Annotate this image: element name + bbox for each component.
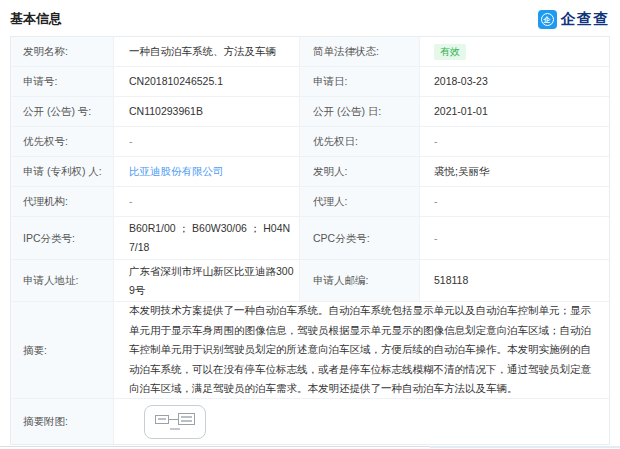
table-row-abstract: 摘要: 本发明技术方案提供了一种自动泊车系统。自动泊车系统包括显示单元以及自动泊… [11,302,609,399]
qichacha-brand[interactable]: 企 企查查 [538,10,611,29]
legal-status-cell: 有效 [420,37,609,66]
table-row-agency: 代理机构: - 代理人: - [11,187,609,217]
abstract-text: 本发明技术方案提供了一种自动泊车系统。自动泊车系统包括显示单元以及自动泊车控制单… [114,302,609,398]
row-label: 优先权号: [11,127,114,156]
basic-info-table: 发明名称: 一种自动泊车系统、方法及车辆 简单法律状态: 有效 申请号: CN2… [10,36,610,445]
row-label: IPC分类号: [11,217,114,259]
figure-diagram [155,413,195,425]
table-row-applicant-address: 申请人地址: 广东省深圳市坪山新区比亚迪路3009号 申请人邮编: 518118 [11,260,609,302]
row-label: 申请号: [11,67,114,96]
row-label: CPC分类号: [300,217,420,259]
applicant-cell: 比亚迪股份有限公司 [114,157,300,186]
ipc-class-value: B60R1/00 ； B60W30/06 ； H04N7/18 [114,217,300,259]
application-number-value: CN201810246525.1 [114,67,300,96]
row-label: 公开 (公告) 日: [300,97,420,126]
publication-number-value: CN110293961B [114,97,300,126]
applicant-address-value: 广东省深圳市坪山新区比亚迪路3009号 [114,260,300,301]
table-row-abstract-figure: 摘要附图: [11,399,609,444]
row-label: 申请日: [300,67,420,96]
row-label: 申请人地址: [11,260,114,301]
patent-basic-info-page: 基本信息 企 企查查 发明名称: 一种自动泊车系统、方法及车辆 简单法律状态: … [0,0,620,449]
application-date-value: 2018-03-23 [420,67,609,96]
table-row-invention-name: 发明名称: 一种自动泊车系统、方法及车辆 简单法律状态: 有效 [11,37,609,67]
applicant-company-link[interactable]: 比亚迪股份有限公司 [129,162,224,181]
row-label: 发明名称: [11,37,114,66]
abstract-figure-thumbnail[interactable] [144,405,206,439]
bottom-divider-right [430,446,620,448]
row-label: 申请人邮编: [300,260,420,301]
invention-name-value: 一种自动泊车系统、方法及车辆 [114,37,300,66]
row-label: 简单法律状态: [300,37,420,66]
row-label: 摘要: [11,302,114,398]
row-label: 代理机构: [11,187,114,216]
table-row-publication-number: 公开 (公告) 号: CN110293961B 公开 (公告) 日: 2021-… [11,97,609,127]
qichacha-logo-icon: 企 [538,10,557,29]
row-label: 发明人: [300,157,420,186]
status-badge: 有效 [434,44,466,60]
abstract-figure-cell [114,399,609,444]
page-title: 基本信息 [10,10,62,28]
table-row-application-number: 申请号: CN201810246525.1 申请日: 2018-03-23 [11,67,609,97]
row-label: 申请 (专利权) 人: [11,157,114,186]
applicant-postcode-value: 518118 [420,260,609,301]
table-row-priority-number: 优先权号: - 优先权日: - [11,127,609,157]
figure-box-left [155,415,169,424]
publication-date-value: 2021-01-01 [420,97,609,126]
table-row-ipc-class: IPC分类号: B60R1/00 ； B60W30/06 ； H04N7/18 … [11,217,609,260]
priority-date-value: - [420,127,609,156]
row-label: 代理人: [300,187,420,216]
figure-connector-line [169,419,178,420]
priority-number-value: - [114,127,300,156]
inventors-value: 裘悦;吴丽华 [420,157,609,186]
figure-box-right [178,413,195,425]
table-row-applicant: 申请 (专利权) 人: 比亚迪股份有限公司 发明人: 裘悦;吴丽华 [11,157,609,187]
row-label: 公开 (公告) 号: [11,97,114,126]
row-label: 优先权日: [300,127,420,156]
figure-caption-mark [170,428,180,430]
agent-value: - [420,187,609,216]
row-label: 摘要附图: [11,399,114,444]
cpc-class-value: - [420,217,609,259]
agency-value: - [114,187,300,216]
brand-name: 企查查 [561,10,611,29]
section-header: 基本信息 企 企查查 [10,6,610,32]
